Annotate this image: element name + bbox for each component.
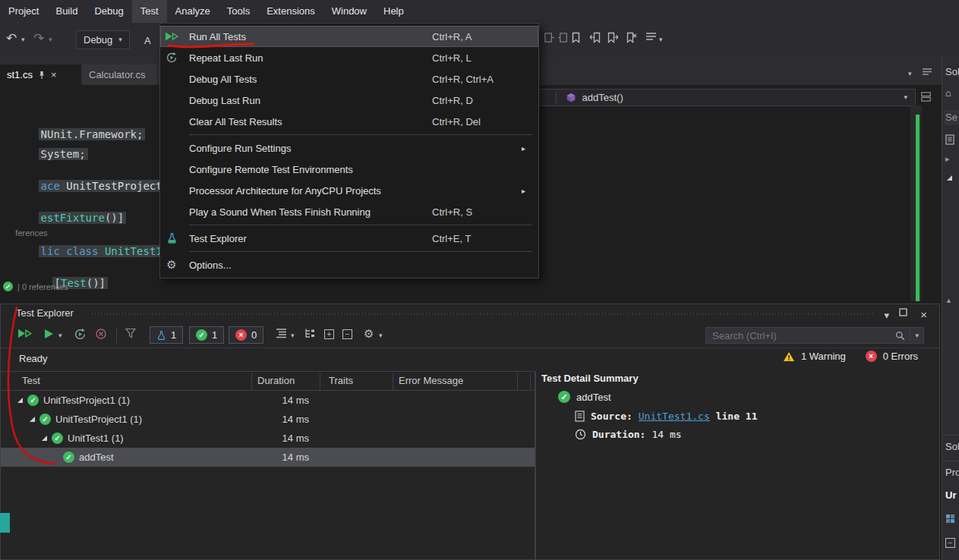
settings-gear-icon[interactable]: ⚙ (364, 327, 374, 341)
tree-expanded-icon[interactable] (947, 175, 952, 181)
menu-extensions[interactable]: Extensions (258, 0, 323, 23)
categorized-view-icon[interactable] (945, 514, 955, 524)
menu-item-processor-architecture[interactable]: Processor Architecture for AnyCPU Projec… (160, 180, 538, 201)
test-row-addtest[interactable]: ✓ addTest 14 ms (1, 448, 535, 467)
redo-dropdown-icon[interactable]: ▾ (49, 36, 52, 43)
tree-expanded-icon[interactable] (17, 398, 23, 403)
code-line-namespace[interactable]: ace UnitTestProject1 (0, 168, 171, 204)
source-file-link[interactable]: UnitTest1.cs (639, 411, 710, 422)
hierarchy-view-icon[interactable] (304, 328, 316, 338)
bookmark-icon[interactable] (571, 32, 581, 46)
column-error-message[interactable]: Error Message (399, 375, 463, 386)
menu-item-debug-last-run[interactable]: Debug Last Run Ctrl+R, D (160, 90, 538, 111)
menu-window[interactable]: Window (323, 0, 375, 23)
redo-icon[interactable]: ↷ (33, 30, 44, 46)
detail-test-name: addTest (576, 392, 611, 403)
tab-unittest1[interactable]: st1.cs × (0, 64, 81, 85)
search-options-icon[interactable]: ▾ (915, 332, 919, 339)
menu-help[interactable]: Help (375, 0, 412, 23)
test-explorer-search-input[interactable] (706, 330, 895, 341)
total-tests-filter[interactable]: 1 (150, 326, 183, 344)
debug-configuration-dropdown[interactable]: Debug ▾ (76, 30, 130, 49)
collapse-section-icon[interactable]: − (945, 538, 955, 548)
codelens-test-status[interactable]: ✓ | 0 references (3, 282, 68, 291)
pane-splitter[interactable] (535, 371, 536, 560)
undo-icon[interactable]: ↶ (6, 30, 17, 46)
member-dropdown-icon[interactable]: ▾ (904, 94, 907, 101)
menu-build[interactable]: Build (47, 0, 86, 23)
home-icon[interactable]: ⌂ (945, 87, 951, 99)
platform-dropdown-partial[interactable]: A (144, 35, 151, 46)
filter-icon[interactable] (125, 328, 136, 338)
tab-label: st1.cs (7, 69, 33, 80)
test-passed-icon: ✓ (27, 395, 39, 406)
maximize-icon[interactable] (899, 307, 907, 319)
menu-analyze[interactable]: Analyze (167, 0, 219, 23)
test-passed-icon: ✓ (558, 391, 570, 403)
tab-label: Calculator.cs (89, 69, 145, 80)
menu-test[interactable]: Test (132, 0, 167, 23)
teal-accent-fragment (0, 513, 10, 533)
column-test[interactable]: Test (22, 375, 40, 386)
window-position-icon[interactable]: ▾ (884, 310, 889, 320)
undo-dropdown-icon[interactable]: ▾ (21, 36, 25, 43)
menu-item-options[interactable]: ⚙ Options... (160, 254, 538, 275)
test-row-class-group[interactable]: ✓ UnitTest1 (1) 14 ms (1, 429, 535, 448)
previous-bookmark-icon[interactable] (589, 32, 601, 46)
menu-item-repeat-last-run[interactable]: Repeat Last Run Ctrl+R, L (160, 47, 538, 68)
error-count[interactable]: 0 Errors (883, 351, 918, 362)
settings-dropdown-icon[interactable]: ▾ (379, 332, 383, 339)
clear-bookmarks-icon[interactable] (626, 32, 637, 46)
collapse-all-icon[interactable]: − (342, 329, 352, 339)
code-line-class-declaration[interactable]: lic class UnitTest1 (0, 233, 165, 269)
test-row-namespace-group[interactable]: ✓ UnitTestProject1 (1) 14 ms (1, 410, 535, 429)
tree-expanded-icon[interactable] (42, 436, 47, 441)
run-dropdown-icon[interactable]: ▾ (58, 332, 62, 339)
expand-all-icon[interactable]: + (324, 329, 334, 339)
document-well-dropdown-icon[interactable]: ▾ (908, 71, 912, 77)
tree-collapsed-icon[interactable]: ▸ (945, 154, 950, 164)
menu-item-play-sound[interactable]: Play a Sound When Tests Finish Running C… (160, 201, 538, 222)
navigate-forward-icon[interactable] (557, 32, 569, 46)
code-line-using-system[interactable]: System; (0, 136, 88, 172)
column-traits[interactable]: Traits (329, 375, 353, 386)
group-by-icon[interactable] (276, 328, 287, 338)
menu-item-clear-all-test-results[interactable]: Clear All Test Results Ctrl+R, Del (160, 111, 538, 132)
repeat-last-run-icon[interactable] (74, 328, 87, 341)
group-by-dropdown-icon[interactable]: ▾ (291, 332, 295, 339)
run-icon[interactable] (45, 329, 53, 338)
menu-project[interactable]: Project (0, 0, 47, 23)
split-window-icon[interactable] (920, 91, 932, 102)
solution-search-partial[interactable]: Se (944, 110, 959, 125)
submenu-arrow-icon: ▸ (522, 144, 534, 153)
warning-count[interactable]: 1 Warning (801, 351, 846, 362)
failed-tests-filter[interactable]: × 0 (229, 326, 263, 344)
navigate-backward-icon[interactable] (544, 32, 555, 46)
search-icon[interactable] (895, 331, 905, 341)
titlebar-grip[interactable] (92, 313, 874, 315)
menu-item-run-all-tests[interactable]: Run All Tests Ctrl+R, A (160, 26, 538, 47)
run-all-tests-in-view-icon[interactable] (17, 328, 33, 339)
bookmarks-window-icon[interactable] (645, 32, 657, 44)
document-well-overflow-icon[interactable] (922, 68, 932, 77)
menu-item-configure-run-settings[interactable]: Configure Run Settings ▸ (160, 137, 538, 159)
pin-icon[interactable] (38, 71, 46, 80)
column-duration[interactable]: Duration (257, 375, 295, 386)
test-row-label: UnitTestProject1 (1) (43, 395, 130, 406)
menu-item-configure-remote-test-environments[interactable]: Configure Remote Test Environments (160, 159, 538, 180)
tab-calculator[interactable]: Calculator.cs (82, 64, 156, 85)
menu-item-debug-all-tests[interactable]: Debug All Tests Ctrl+R, Ctrl+A (160, 68, 538, 90)
close-icon[interactable]: × (920, 308, 927, 321)
test-row-project-group[interactable]: ✓ UnitTestProject1 (1) 14 ms (1, 391, 535, 410)
scroll-up-icon[interactable]: ▲ (945, 297, 952, 304)
member-dropdown-value[interactable]: addTest() (582, 92, 623, 103)
toolbar-overflow-icon[interactable]: ▾ (659, 36, 663, 43)
cancel-run-icon[interactable] (95, 328, 107, 340)
tree-expanded-icon[interactable] (30, 417, 35, 422)
passed-tests-filter[interactable]: ✓ 1 (189, 326, 224, 344)
menu-tools[interactable]: Tools (219, 0, 258, 23)
menu-debug[interactable]: Debug (86, 0, 131, 23)
menu-item-test-explorer[interactable]: Test Explorer Ctrl+E, T (160, 228, 538, 249)
next-bookmark-icon[interactable] (607, 32, 619, 46)
close-tab-icon[interactable]: × (51, 69, 57, 80)
